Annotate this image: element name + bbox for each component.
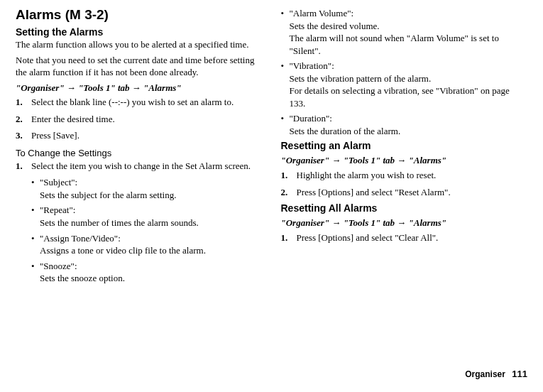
arrow-icon: → <box>67 82 78 93</box>
step-text: Highlight the alarm you wish to reset. <box>297 169 437 182</box>
setting-name: "Alarm Volume": <box>290 8 354 18</box>
step-text: Select the item you wish to change in th… <box>31 160 251 173</box>
reset-all-steps: 1.Press [Options] and select "Clear All"… <box>281 232 528 244</box>
list-item: "Alarm Volume": Sets the desired volume.… <box>281 7 528 57</box>
setting-desc: Sets the desired volume. <box>290 21 380 31</box>
page-title: Alarms (M 3-2) <box>16 7 263 23</box>
list-item: "Duration": Sets the duration of the ala… <box>281 112 528 137</box>
setting-name: "Snooze": <box>40 261 77 271</box>
step-text: Press [Options] and select "Clear All". <box>297 232 439 244</box>
step-item: 1.Press [Options] and select "Clear All"… <box>281 232 528 244</box>
heading-setting-alarms: Setting the Alarms <box>16 26 263 38</box>
setting-name: "Duration": <box>290 113 332 124</box>
setting-name: "Subject": <box>40 177 77 187</box>
title-text: Alarms <box>16 7 61 22</box>
list-item: "Repeat": Sets the number of times the a… <box>31 204 263 229</box>
step-number: 1. <box>281 169 297 182</box>
footer-section-label: Organiser <box>465 369 505 379</box>
step-text: Enter the desired time. <box>31 113 115 126</box>
setting-desc: For details on selecting a vibration, se… <box>290 85 510 109</box>
nav-segment: "Tools 1" tab <box>344 155 395 165</box>
step-item: 1.Highlight the alarm you wish to reset. <box>281 169 528 182</box>
nav-segment: "Alarms" <box>409 217 446 228</box>
step-number: 3. <box>16 129 31 142</box>
intro-paragraph-2: Note that you need to set the current da… <box>16 54 263 79</box>
setting-desc: Sets the number of times the alarm sound… <box>40 217 199 228</box>
setting-desc: Sets the snooze option. <box>40 273 125 283</box>
nav-segment: "Organiser" <box>281 217 330 228</box>
intro-paragraph-1: The alarm function allows you to be aler… <box>16 38 263 51</box>
nav-segment: "Tools 1" tab <box>344 217 395 228</box>
setting-steps: 1.Select the blank line (--:--) you wish… <box>16 96 263 142</box>
step-text: Select the blank line (--:--) you wish t… <box>31 96 234 109</box>
settings-list: "Subject": Sets the subject for the alar… <box>16 176 263 284</box>
heading-reset-alarm: Resetting an Alarm <box>281 140 528 151</box>
list-item: "Assign Tone/Video": Assigns a tone or v… <box>31 232 263 257</box>
nav-segment: "Organiser" <box>16 82 65 93</box>
nav-segment: "Tools 1" tab <box>78 82 129 93</box>
title-shortcut: (M 3-2) <box>65 7 109 22</box>
step-number: 2. <box>281 186 297 199</box>
setting-desc: Assigns a tone or video clip file to the… <box>40 245 206 256</box>
setting-desc: Sets the subject for the alarm setting. <box>40 190 176 200</box>
nav-path-1: "Organiser" → "Tools 1" tab → "Alarms" <box>16 82 263 94</box>
setting-desc: The alarm will not sound when "Alarm Vol… <box>290 33 499 56</box>
step-number: 1. <box>281 232 297 244</box>
setting-name: "Repeat": <box>40 205 75 215</box>
step-text: Press [Options] and select "Reset Alarm"… <box>297 186 451 199</box>
step-number: 2. <box>16 113 31 126</box>
page-footer: Organiser 111 <box>465 369 527 379</box>
list-item: "Snooze": Sets the snooze option. <box>31 260 263 285</box>
heading-change-settings: To Change the Settings <box>16 148 263 158</box>
arrow-icon: → <box>331 155 343 165</box>
step-item: 3.Press [Save]. <box>16 129 263 142</box>
nav-segment: "Alarms" <box>143 82 181 93</box>
nav-segment: "Organiser" <box>281 155 330 165</box>
setting-desc: Sets the duration of the alarm. <box>290 126 401 136</box>
settings-list-continued: "Alarm Volume": Sets the desired volume.… <box>281 7 528 137</box>
list-item: "Vibration": Sets the vibration pattern … <box>281 60 528 109</box>
list-item: "Subject": Sets the subject for the alar… <box>31 176 263 201</box>
nav-segment: "Alarms" <box>409 155 446 165</box>
step-text: Press [Save]. <box>31 129 79 142</box>
footer-page-number: 111 <box>512 369 527 379</box>
step-item: 1.Select the blank line (--:--) you wish… <box>16 96 263 109</box>
setting-name: "Vibration": <box>290 60 334 71</box>
step-item: 1.Select the item you wish to change in … <box>16 160 263 173</box>
arrow-icon: → <box>331 217 343 228</box>
left-column: Alarms (M 3-2) Setting the Alarms The al… <box>16 7 263 288</box>
step-item: 2.Press [Options] and select "Reset Alar… <box>281 186 528 199</box>
step-item: 2.Enter the desired time. <box>16 113 263 126</box>
heading-reset-all-alarms: Resetting All Alarms <box>281 202 528 214</box>
right-column: "Alarm Volume": Sets the desired volume.… <box>281 7 528 288</box>
nav-path-3: "Organiser" → "Tools 1" tab → "Alarms" <box>281 217 528 229</box>
nav-path-2: "Organiser" → "Tools 1" tab → "Alarms" <box>281 154 528 167</box>
arrow-icon: → <box>397 155 408 165</box>
setting-desc: Sets the vibration pattern of the alarm. <box>290 73 432 84</box>
change-steps: 1.Select the item you wish to change in … <box>16 160 263 173</box>
reset-steps: 1.Highlight the alarm you wish to reset.… <box>281 169 528 198</box>
setting-name: "Assign Tone/Video": <box>40 233 121 244</box>
arrow-icon: → <box>132 82 143 93</box>
arrow-icon: → <box>397 217 408 228</box>
step-number: 1. <box>16 160 31 173</box>
step-number: 1. <box>16 96 31 109</box>
